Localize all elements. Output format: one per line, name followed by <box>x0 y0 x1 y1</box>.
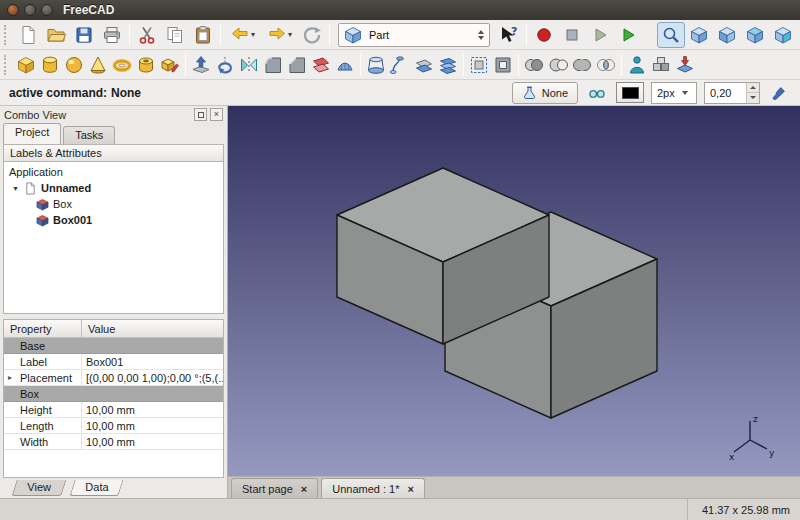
sweep-button[interactable] <box>388 52 412 78</box>
part-cone-button[interactable] <box>86 52 110 78</box>
refresh-button[interactable] <box>298 22 326 48</box>
property-value[interactable]: 10,00 mm <box>82 418 223 433</box>
print-document-button[interactable] <box>98 22 126 48</box>
tab-data[interactable]: Data <box>69 480 123 496</box>
new-document-button[interactable] <box>14 22 42 48</box>
spin-down-icon[interactable] <box>747 93 759 103</box>
boolean-union-button[interactable] <box>570 52 594 78</box>
tab-unnamed-document[interactable]: Unnamed : 1* × <box>321 478 425 498</box>
fillet-button[interactable] <box>261 52 285 78</box>
apply-style-button[interactable] <box>767 82 791 104</box>
macro-play-button[interactable] <box>614 22 642 48</box>
spin-up-icon[interactable] <box>747 83 759 94</box>
close-panel-icon[interactable]: × <box>210 108 223 121</box>
property-group-row[interactable]: Box <box>4 386 223 402</box>
section-button[interactable] <box>412 52 436 78</box>
tab-tasks[interactable]: Tasks <box>63 126 115 144</box>
property-value[interactable]: 10,00 mm <box>82 402 223 417</box>
titlebar[interactable]: FreeCAD <box>0 0 800 20</box>
chamfer-button[interactable] <box>285 52 309 78</box>
tab-view[interactable]: View <box>11 480 66 496</box>
minimize-button[interactable] <box>24 4 36 16</box>
compound-button[interactable] <box>649 52 673 78</box>
toolbar-handle[interactable] <box>4 25 11 45</box>
property-name[interactable]: Length <box>4 418 82 433</box>
property-row[interactable]: ▸Placement[(0,00 0,00 1,00);0,00 °;(5,(.… <box>4 370 223 386</box>
tab-start-page[interactable]: Start page × <box>231 478 318 498</box>
line-width-select[interactable]: 2px <box>651 82 697 104</box>
scale-spinbox[interactable]: 0,20 <box>704 82 760 104</box>
autogroup-button[interactable]: None <box>512 82 578 104</box>
property-row[interactable]: Height10,00 mm <box>4 402 223 418</box>
tab-project[interactable]: Project <box>3 123 61 144</box>
toolbar-handle[interactable] <box>4 55 11 75</box>
refine-shape-button[interactable] <box>673 52 697 78</box>
chevron-down-icon[interactable]: ▾ <box>251 30 255 39</box>
property-row[interactable]: Length10,00 mm <box>4 418 223 434</box>
close-tab-icon[interactable]: × <box>407 483 413 495</box>
construction-mode-button[interactable] <box>585 82 609 104</box>
property-row[interactable]: LabelBox001 <box>4 354 223 370</box>
view-front-button[interactable] <box>713 22 741 48</box>
save-document-button[interactable] <box>70 22 98 48</box>
extrude-button[interactable] <box>189 52 213 78</box>
revolve-button[interactable] <box>213 52 237 78</box>
undo-button[interactable]: ▾ <box>224 22 261 48</box>
property-value[interactable]: 10,00 mm <box>82 434 223 449</box>
part-cylinder-button[interactable] <box>38 52 62 78</box>
macro-record-button[interactable] <box>530 22 558 48</box>
property-value[interactable]: [(0,00 0,00 1,00);0,00 °;(5,(... <box>82 370 223 385</box>
float-panel-icon[interactable] <box>194 108 207 121</box>
boolean-button[interactable] <box>522 52 546 78</box>
3d-viewport[interactable]: x y z <box>228 106 800 476</box>
line-color-button[interactable] <box>616 82 644 103</box>
maximize-button[interactable] <box>41 4 53 16</box>
property-row[interactable]: Width10,00 mm <box>4 434 223 450</box>
cross-sections-button[interactable] <box>436 52 460 78</box>
property-name[interactable]: Width <box>4 434 82 449</box>
property-value[interactable]: Box001 <box>82 354 223 369</box>
cut-button[interactable] <box>133 22 161 48</box>
shape-builder-button[interactable] <box>158 52 182 78</box>
expand-icon[interactable]: ▸ <box>8 373 20 382</box>
chevron-down-icon[interactable]: ▾ <box>288 30 292 39</box>
boolean-cut-button[interactable] <box>546 52 570 78</box>
tree-item-box[interactable]: Box <box>4 196 223 212</box>
mirror-button[interactable] <box>237 52 261 78</box>
workbench-selector[interactable]: Part <box>338 23 490 47</box>
make-face-button[interactable] <box>309 52 333 78</box>
macro-debug-button[interactable] <box>586 22 614 48</box>
thickness-button[interactable] <box>491 52 515 78</box>
tree-item-box001[interactable]: Box001 <box>4 212 223 228</box>
view-top-button[interactable] <box>741 22 769 48</box>
part-box-button[interactable] <box>14 52 38 78</box>
part-sphere-button[interactable] <box>62 52 86 78</box>
close-tab-icon[interactable]: × <box>301 483 307 495</box>
offset-button[interactable] <box>467 52 491 78</box>
tree-item-document[interactable]: ▾ Unnamed <box>4 180 223 196</box>
macro-stop-button[interactable] <box>558 22 586 48</box>
column-header-value[interactable]: Value <box>82 320 121 337</box>
part-torus-button[interactable] <box>110 52 134 78</box>
view-axonometric-button[interactable] <box>685 22 713 48</box>
whats-this-button[interactable]: ? <box>495 22 523 48</box>
tree-item-application[interactable]: Application <box>4 164 223 180</box>
open-document-button[interactable] <box>42 22 70 48</box>
part-tube-button[interactable] <box>134 52 158 78</box>
boolean-intersection-button[interactable] <box>594 52 618 78</box>
property-name[interactable]: ▸Placement <box>4 370 82 385</box>
copy-button[interactable] <box>161 22 189 48</box>
view-fit-all-button[interactable] <box>657 22 685 48</box>
property-name[interactable]: Label <box>4 354 82 369</box>
paste-button[interactable] <box>189 22 217 48</box>
view-right-button[interactable] <box>769 22 797 48</box>
combo-view-titlebar[interactable]: Combo View × <box>0 106 227 123</box>
redo-button[interactable]: ▾ <box>261 22 298 48</box>
close-button[interactable] <box>7 4 19 16</box>
loft-button[interactable] <box>364 52 388 78</box>
defeaturing-button[interactable] <box>625 52 649 78</box>
model-tree[interactable]: Application ▾ Unnamed Box Box001 <box>3 162 224 314</box>
expander-icon[interactable]: ▾ <box>11 184 20 193</box>
property-group-row[interactable]: Base <box>4 338 223 354</box>
column-header-property[interactable]: Property <box>4 320 82 337</box>
